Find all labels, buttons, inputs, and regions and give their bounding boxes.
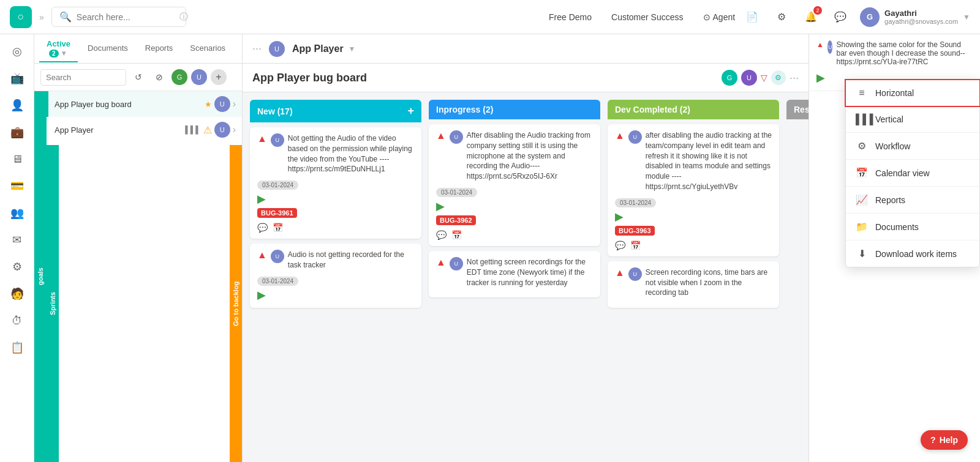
app-player-header: ··· U App Player ▼ [243,34,809,64]
app-player-chevron[interactable]: ▼ [349,45,356,53]
more-options-btn[interactable]: ··· [252,42,262,55]
user-area[interactable]: G Gayathri gayathri@snovasys.com ▼ [860,7,970,27]
goals-tab[interactable]: goals [34,91,47,462]
nav-chevron[interactable]: » [39,12,44,22]
sidebar-icon-home[interactable]: ◎ [5,39,29,64]
comment-icon[interactable]: 💬 [257,223,268,233]
undo-icon[interactable]: ↺ [130,69,147,86]
comment-icon-3963[interactable]: 💬 [615,240,625,250]
play-icon-3962[interactable]: ▶ [436,200,445,212]
comment-icon-3962[interactable]: 💬 [436,230,447,240]
tab-active[interactable]: Active 2 ▾ [39,35,78,62]
sidebar-icon-user[interactable]: 👤 [5,93,29,117]
nav-customer-success[interactable]: Customer Success [611,12,683,22]
card-devcompleted-2[interactable]: ▲ U Screen recording icons, time bars ar… [608,261,779,308]
backlog-tab[interactable]: Go to backlog [230,145,242,462]
sidebar-icon-settings[interactable]: ⚙ [5,255,29,279]
sprints-tab[interactable]: Sprints [47,145,59,462]
column-new: New (17) + ▲ U Not getting the Audio of … [250,100,421,455]
sidebar-icon-person[interactable]: 🧑 [5,281,29,306]
card-3961-footer: 💬 📅 [257,223,414,233]
message-icon: 💬 [834,11,846,23]
card-bug-3961[interactable]: ▲ U Not getting the Audio of the video b… [250,127,421,239]
warning-icon: ⚠ [203,124,212,136]
filter-avatar-1[interactable]: G [172,69,187,85]
filter-icon[interactable]: ⊘ [151,69,168,86]
sidebar-icon-clock[interactable]: ⏱ [5,308,29,333]
settings-icon-btn[interactable]: ⚙ [772,7,791,27]
right-card-text: Showing the same color for the Sound bar… [836,40,973,66]
help-button[interactable]: ? Help [921,430,968,450]
search-input[interactable] [77,12,175,22]
active-tab-chevron[interactable]: ▾ [62,49,66,58]
filter-avatar-2[interactable]: U [191,69,207,85]
tab-documents[interactable]: Documents [80,40,135,58]
col-new-add-btn[interactable]: + [407,105,414,117]
toolbar-filter-icon[interactable]: ▽ [761,73,767,83]
calendar-icon[interactable]: 📅 [273,223,283,233]
reports-icon: 📈 [856,194,868,206]
card-new-2-date: 03-01-2024 [257,277,298,286]
sidebar-item-app-player[interactable]: App Player ▌▌▌ ⚠ U › [47,117,242,143]
dropdown-item-workflow[interactable]: ⚙ Workflow [846,133,979,159]
nav-agent[interactable]: ⊙ Agent [703,12,736,22]
calendar-label: Calendar view [875,168,930,178]
star-icon[interactable]: ★ [205,100,212,109]
column-inprogress: Inprogress (2) ▲ U After disabling the A… [429,100,600,455]
play-icon-3963[interactable]: ▶ [615,211,624,223]
calendar-icon-3962[interactable]: 📅 [451,230,462,240]
card-inprogress-2[interactable]: ▲ U Not getting screen recordings for th… [429,251,600,297]
right-play-icon[interactable]: ▶ [816,72,825,84]
doc-icon-btn[interactable]: 📄 [742,7,762,27]
documents-icon: 📁 [856,221,868,233]
card-3963-avatar: U [628,130,642,144]
card-bug-3963[interactable]: ▲ U after disabling the audio tracking a… [608,124,779,256]
workflow-label: Workflow [875,141,910,151]
toolbar-settings-btn[interactable]: ⚙ [771,70,786,85]
user-chevron-icon: ▼ [963,13,970,21]
sidebar-icon-report[interactable]: 📋 [5,335,29,360]
card-dc2-avatar: U [628,267,642,281]
notifications-icon-btn[interactable]: 🔔 2 [801,7,821,27]
notification-badge: 2 [813,6,822,15]
dropdown-item-reports[interactable]: 📈 Reports [846,187,979,213]
dropdown-item-horizontal[interactable]: ≡ Horizontal [846,80,979,106]
sidebar-icon-group[interactable]: 👥 [5,201,29,225]
dropdown-item-documents[interactable]: 📁 Documents [846,214,979,240]
app-logo[interactable]: ○ [10,6,32,28]
sidebar-icon-tv[interactable]: 📺 [5,66,29,91]
nav-free-demo[interactable]: Free Demo [549,12,592,22]
toolbar-avatar-2: U [741,70,757,86]
card-ip2-priority: ▲ U Not getting screen recordings for th… [436,257,593,288]
toolbar-more-btn[interactable]: ··· [790,72,799,84]
user-avatar: G [860,7,880,27]
card-dc2-text: Screen recording icons, time bars are no… [646,267,772,298]
card-new-2[interactable]: ▲ U Audio is not getting recorded for th… [250,244,421,308]
add-member-btn[interactable]: + [211,69,227,85]
column-header-new: New (17) + [250,100,421,122]
play-icon-3961[interactable]: ▶ [257,193,266,205]
dropdown-item-download[interactable]: ⬇ Download work items [846,240,979,267]
user-email: gayathri@snovasys.com [884,18,958,25]
dropdown-item-vertical[interactable]: ▌▌▌ Vertical [846,106,979,132]
play-icon-new2[interactable]: ▶ [257,289,266,301]
horizontal-label: Horizontal [875,88,914,98]
app-chevron-icon[interactable]: › [233,124,236,135]
sidebar-icon-briefcase[interactable]: 💼 [5,120,29,144]
sidebar-icon-mail[interactable]: ✉ [5,228,29,252]
tab-reports[interactable]: Reports [138,40,181,58]
user-name: Gayathri [884,9,958,18]
column-resolved: Resolved (3) [786,100,809,455]
sidebar-icon-monitor[interactable]: 🖥 [5,147,29,171]
sidebar-item-bug-board[interactable]: App Player bug board ★ U › [47,91,242,117]
calendar-view-icon: 📅 [856,167,868,179]
sidebar-search-input[interactable] [40,69,126,86]
calendar-icon-3963[interactable]: 📅 [630,240,641,250]
chevron-right-icon[interactable]: › [233,99,236,110]
dropdown-item-calendar[interactable]: 📅 Calendar view [846,160,979,186]
tab-scenarios[interactable]: Scenarios [183,40,233,58]
messages-icon-btn[interactable]: 💬 [831,7,850,27]
card-bug-3962[interactable]: ▲ U After disabling the Audio tracking f… [429,124,600,246]
sidebar-icon-wallet[interactable]: 💳 [5,174,29,198]
board-area: ··· U App Player ▼ App Player bug board … [243,34,809,462]
